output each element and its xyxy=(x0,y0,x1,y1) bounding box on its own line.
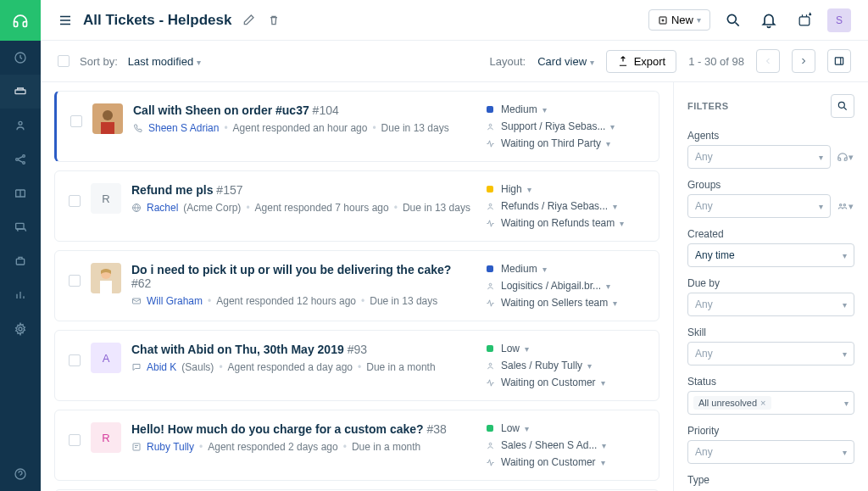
search-icon[interactable] xyxy=(721,8,746,33)
group-agent-dropdown[interactable]: Support / Riya Sebas... ▾ xyxy=(484,120,645,132)
chevron-down-icon: ▾ xyxy=(606,282,610,291)
contact-name[interactable]: Will Graham xyxy=(147,295,203,307)
ticket-card[interactable]: R Refund me pls #157 Rachel (Acme Corp) … xyxy=(54,170,659,242)
priority-dropdown[interactable]: Medium ▾ xyxy=(484,103,645,115)
ticket-subject[interactable]: Call with Sheen on order #uc37 #104 xyxy=(133,103,474,117)
app-logo[interactable] xyxy=(0,0,41,41)
contact-avatar[interactable]: A xyxy=(91,343,121,373)
contact-avatar[interactable] xyxy=(92,103,123,134)
status-select[interactable]: All unresolved × ▾ xyxy=(687,391,854,415)
priority-select[interactable]: Any▾ xyxy=(687,440,854,464)
ticket-id: #104 xyxy=(313,103,339,117)
sidebar-item-contacts[interactable] xyxy=(0,109,41,142)
sidebar-item-reports[interactable] xyxy=(0,278,41,312)
toggle-filters-button[interactable] xyxy=(827,49,851,73)
new-button-label: New xyxy=(671,14,693,26)
ticket-subject[interactable]: Hello! How much do you charge for a cust… xyxy=(131,422,474,436)
chip-remove-icon[interactable]: × xyxy=(760,398,765,408)
ticket-checkbox[interactable] xyxy=(69,434,81,446)
contact-name[interactable]: Abid K xyxy=(147,361,176,373)
contact-avatar[interactable] xyxy=(91,263,121,293)
priority-dropdown[interactable]: Low ▾ xyxy=(484,343,645,354)
contact-name[interactable]: Ruby Tully xyxy=(147,441,194,453)
ticket-main: Hello! How much do you charge for a cust… xyxy=(131,422,474,453)
ticket-meta: Will Graham • Agent responded 12 hours a… xyxy=(131,295,474,307)
status-dropdown[interactable]: Waiting on Refunds team ▾ xyxy=(484,217,645,229)
source-icon xyxy=(131,362,142,372)
ticket-checkbox[interactable] xyxy=(69,275,81,287)
notifications-icon[interactable] xyxy=(756,8,782,33)
hamburger-icon[interactable] xyxy=(58,13,73,28)
export-button[interactable]: Export xyxy=(606,50,677,73)
skill-select[interactable]: Any▾ xyxy=(687,342,854,365)
sidebar-item-help[interactable] xyxy=(0,457,41,491)
priority-dropdown[interactable]: Low ▾ xyxy=(484,422,645,434)
priority-dropdown[interactable]: Medium ▾ xyxy=(484,263,645,275)
filter-created: Created Any time▾ xyxy=(687,228,854,267)
ticket-subject[interactable]: Chat with Abid on Thu, 30th May 2019 #93 xyxy=(131,343,474,356)
me-toggle-icon[interactable]: ▾ xyxy=(836,145,854,169)
prev-page-button[interactable] xyxy=(756,49,780,73)
chevron-down-icon: ▾ xyxy=(844,399,849,408)
priority-dropdown[interactable]: High ▾ xyxy=(484,183,645,195)
layout-dropdown[interactable]: Card view ▾ xyxy=(537,55,593,68)
ticket-checkbox[interactable] xyxy=(69,195,81,207)
group-agent-dropdown[interactable]: Sales / Sheen S Ad... ▾ xyxy=(484,439,645,451)
sidebar-item-tickets[interactable] xyxy=(0,75,41,109)
contact-name[interactable]: Rachel xyxy=(147,202,178,214)
ticket-checkbox[interactable] xyxy=(70,115,82,127)
status-dropdown[interactable]: Waiting on Third Party ▾ xyxy=(484,137,645,149)
ticket-card[interactable]: R Hello! How much do you charge for a cu… xyxy=(54,410,659,481)
ticket-due: Due in 13 days xyxy=(403,202,470,214)
dueby-select[interactable]: Any▾ xyxy=(687,293,854,316)
contact-name[interactable]: Sheen S Adrian xyxy=(148,122,219,134)
next-page-button[interactable] xyxy=(792,49,815,73)
status-dropdown[interactable]: Waiting on Customer ▾ xyxy=(484,456,645,468)
group-agent-dropdown[interactable]: Logisitics / Abigail.br... ▾ xyxy=(484,280,645,292)
ticket-main: Refund me pls #157 Rachel (Acme Corp) • … xyxy=(131,183,474,214)
delete-icon[interactable] xyxy=(267,14,281,27)
ticket-card[interactable]: A Chat with Abid on Thu, 30th May 2019 #… xyxy=(54,330,659,401)
ticket-meta: Ruby Tully • Agent responded 2 days ago … xyxy=(131,441,474,453)
freddy-ai-icon[interactable] xyxy=(792,8,817,33)
sidebar-item-bots[interactable] xyxy=(0,244,41,278)
my-groups-toggle-icon[interactable]: ▾ xyxy=(836,194,854,218)
ticket-subject[interactable]: Refund me pls #157 xyxy=(131,183,474,197)
contact-avatar[interactable]: R xyxy=(91,183,121,214)
ticket-activity: Agent responded 7 hours ago xyxy=(255,202,389,214)
chevron-down-icon: ▾ xyxy=(610,122,615,131)
status-dropdown[interactable]: Waiting on Sellers team ▾ xyxy=(484,297,645,309)
filter-search-button[interactable] xyxy=(831,94,854,118)
groups-select[interactable]: Any▾ xyxy=(687,194,831,218)
created-select[interactable]: Any time▾ xyxy=(687,243,854,267)
edit-icon[interactable] xyxy=(242,14,255,27)
agents-select[interactable]: Any▾ xyxy=(687,145,831,169)
ticket-card[interactable]: Call with Sheen on order #uc37 #104 Shee… xyxy=(54,91,659,162)
group-agent-dropdown[interactable]: Refunds / Riya Sebas... ▾ xyxy=(484,200,645,212)
sort-dropdown[interactable]: Last modified ▾ xyxy=(128,55,201,68)
chevron-down-icon: ▾ xyxy=(606,139,610,148)
select-all-checkbox[interactable] xyxy=(58,55,70,67)
sidebar-item-social[interactable] xyxy=(0,142,41,176)
sidebar-item-solutions[interactable] xyxy=(0,176,41,210)
sidebar-item-dashboard[interactable] xyxy=(0,41,41,75)
priority-icon xyxy=(484,106,496,113)
contact-avatar[interactable]: R xyxy=(91,422,121,453)
filter-skill: Skill Any▾ xyxy=(687,326,854,365)
svg-point-28 xyxy=(838,102,844,108)
ticket-checkbox[interactable] xyxy=(69,354,81,366)
new-button[interactable]: New ▾ xyxy=(648,9,710,31)
chevron-down-icon: ▾ xyxy=(542,105,547,114)
user-avatar[interactable]: S xyxy=(827,8,851,32)
status-dropdown[interactable]: Waiting on Customer ▾ xyxy=(484,377,645,388)
subbar-right: Layout: Card view ▾ Export 1 - 30 of 98 xyxy=(490,49,851,73)
filter-label: Type xyxy=(687,474,854,486)
ticket-subject[interactable]: Do i need to pick it up or will you be d… xyxy=(131,263,474,290)
status-chip: All unresolved × xyxy=(693,396,771,410)
sidebar-item-admin[interactable] xyxy=(0,312,41,346)
ticket-card[interactable]: Do i need to pick it up or will you be d… xyxy=(54,250,659,321)
sidebar-item-forums[interactable] xyxy=(0,210,41,244)
svg-point-27 xyxy=(489,443,492,445)
chevron-down-icon: ▾ xyxy=(587,361,592,371)
group-agent-dropdown[interactable]: Sales / Ruby Tully ▾ xyxy=(484,360,645,371)
